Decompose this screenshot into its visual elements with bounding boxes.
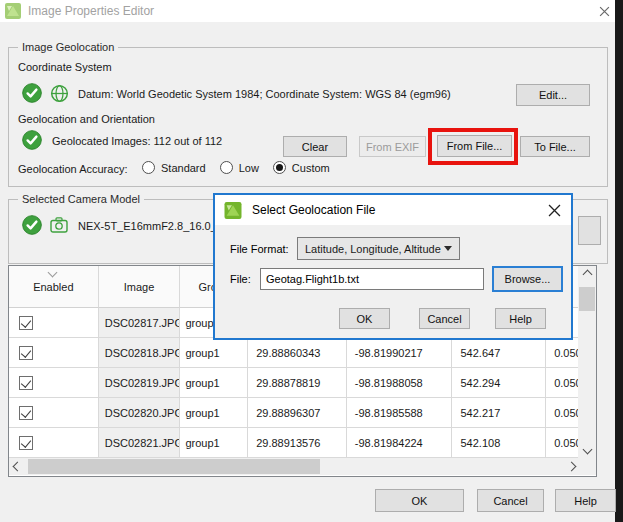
column-header[interactable]: Image	[99, 266, 181, 308]
enabled-checkbox[interactable]	[19, 406, 33, 420]
coordinate-system-label: Coordinate System	[18, 61, 112, 73]
table-row[interactable]: DSC02818.JPGgroup129.88860343-98.8199021…	[9, 338, 596, 368]
close-icon	[599, 6, 610, 17]
dialog-title: Select Geolocation File	[252, 203, 375, 217]
app-logo-icon	[5, 3, 21, 19]
scroll-left-button[interactable]	[9, 458, 26, 475]
accuracy-radio-group: StandardLowCustom	[142, 161, 344, 174]
horizontal-scrollbar[interactable]	[9, 458, 580, 475]
select-geolocation-file-dialog: Select Geolocation File File Format: Lat…	[213, 193, 573, 340]
horizontal-scroll-thumb[interactable]	[28, 459, 320, 474]
datum-text: Datum: World Geodetic System 1984; Coord…	[78, 88, 451, 100]
scroll-down-button[interactable]	[578, 441, 596, 458]
window-titlebar: Image Properties Editor	[0, 0, 615, 22]
vertical-scroll-thumb[interactable]	[579, 287, 595, 311]
column-header[interactable]: Enabled	[9, 266, 99, 308]
table-row[interactable]: DSC02821.JPGgroup129.88913576-98.8198422…	[9, 428, 596, 458]
column-header-label: Image	[124, 281, 155, 293]
scrollbar-corner	[578, 458, 596, 475]
cell-image: DSC02819.JPG	[99, 368, 181, 398]
file-format-label: File Format:	[230, 243, 289, 255]
geolocation-accuracy-label: Geolocation Accuracy:	[18, 163, 127, 175]
column-header-label: Enabled	[33, 281, 73, 293]
cell-lon: -98.81988058	[347, 368, 453, 398]
group-label: Image Geolocation	[18, 41, 118, 53]
edit-button[interactable]: Edit...	[516, 84, 590, 106]
enabled-checkbox[interactable]	[19, 376, 33, 390]
window-close-button[interactable]	[595, 3, 613, 19]
cell-alt: 542.647	[452, 338, 546, 368]
dialog-close-button[interactable]	[545, 201, 563, 219]
to-file-button[interactable]: To File...	[520, 136, 590, 157]
app-logo-icon	[223, 202, 243, 219]
file-format-dropdown[interactable]: Latitude, Longitude, Altitude	[297, 237, 460, 260]
cell-enabled	[9, 398, 99, 428]
cell-enabled	[9, 368, 99, 398]
cell-image: DSC02818.JPG	[99, 338, 181, 368]
chevron-left-icon	[13, 462, 23, 472]
close-icon	[548, 204, 561, 217]
cell-group: group1	[180, 428, 248, 458]
cell-alt: 542.108	[452, 428, 546, 458]
cell-lat: 29.88878819	[248, 368, 347, 398]
dialog-help-button[interactable]: Help	[495, 308, 546, 329]
dialog-ok-button[interactable]: OK	[339, 308, 390, 329]
green-check-icon	[22, 215, 42, 235]
from-exif-button: From EXIF	[359, 136, 426, 157]
dropdown-arrow-icon	[444, 246, 452, 251]
globe-icon	[50, 84, 69, 103]
cell-enabled	[9, 308, 99, 338]
camera-icon	[50, 217, 68, 233]
dialog-cancel-button[interactable]: Cancel	[419, 308, 470, 329]
browse-button[interactable]: Browse...	[492, 266, 563, 292]
cell-lat: 29.88913576	[248, 428, 347, 458]
chevron-down-icon	[582, 445, 592, 455]
ok-button[interactable]: OK	[375, 489, 464, 512]
geolocation-orientation-label: Geolocation and Orientation	[18, 113, 155, 125]
green-check-icon	[22, 83, 42, 103]
help-button[interactable]: Help	[555, 489, 616, 512]
green-check-icon	[22, 130, 42, 150]
cell-lat: 29.88860343	[248, 338, 347, 368]
cell-group: group1	[180, 398, 248, 428]
file-path-input[interactable]: Geotag.Flight1b.txt	[260, 268, 484, 290]
cell-alt: 542.217	[452, 398, 546, 428]
cancel-button[interactable]: Cancel	[477, 489, 544, 512]
accuracy-radio-label: Low	[239, 162, 259, 174]
enabled-checkbox[interactable]	[19, 346, 33, 360]
cell-lon: -98.81985588	[347, 398, 453, 428]
clear-button[interactable]: Clear	[283, 136, 347, 157]
cell-enabled	[9, 428, 99, 458]
cell-alt: 542.294	[452, 368, 546, 398]
cell-image: DSC02820.JPG	[99, 398, 181, 428]
accuracy-radio-label: Standard	[161, 162, 206, 174]
file-label: File:	[230, 273, 251, 285]
from-file-button[interactable]: From File...	[437, 135, 512, 157]
accuracy-radio-custom[interactable]	[273, 161, 286, 174]
cell-lat: 29.88896307	[248, 398, 347, 428]
cell-lon: -98.81984224	[347, 428, 453, 458]
cell-lon: -98.81990217	[347, 338, 453, 368]
file-path-value: Geotag.Flight1b.txt	[266, 273, 359, 285]
cell-group: group1	[180, 338, 248, 368]
sort-indicator-icon	[48, 268, 58, 278]
vertical-scrollbar[interactable]	[578, 266, 596, 458]
enabled-checkbox[interactable]	[19, 316, 33, 330]
dialog-titlebar: Select Geolocation File	[215, 195, 571, 225]
scroll-up-button[interactable]	[578, 266, 596, 283]
camera-model-text: NEX-5T_E16mmF2.8_16.0_	[78, 220, 217, 232]
cell-image: DSC02817.JPG	[99, 308, 181, 338]
table-row[interactable]: DSC02819.JPGgroup129.88878819-98.8198805…	[9, 368, 596, 398]
geolocated-images-status: Geolocated Images: 112 out of 112	[52, 135, 222, 147]
cell-image: DSC02821.JPG	[99, 428, 181, 458]
accuracy-radio-low[interactable]	[220, 161, 233, 174]
cell-enabled	[9, 338, 99, 368]
file-format-value: Latitude, Longitude, Altitude	[305, 243, 441, 255]
background-behind-window	[615, 0, 623, 522]
table-row[interactable]: DSC02820.JPGgroup129.88896307-98.8198558…	[9, 398, 596, 428]
camera-edit-button-fragment[interactable]	[578, 216, 601, 245]
chevron-up-icon	[582, 270, 592, 280]
cell-group: group1	[180, 368, 248, 398]
accuracy-radio-standard[interactable]	[142, 161, 155, 174]
enabled-checkbox[interactable]	[19, 436, 33, 450]
